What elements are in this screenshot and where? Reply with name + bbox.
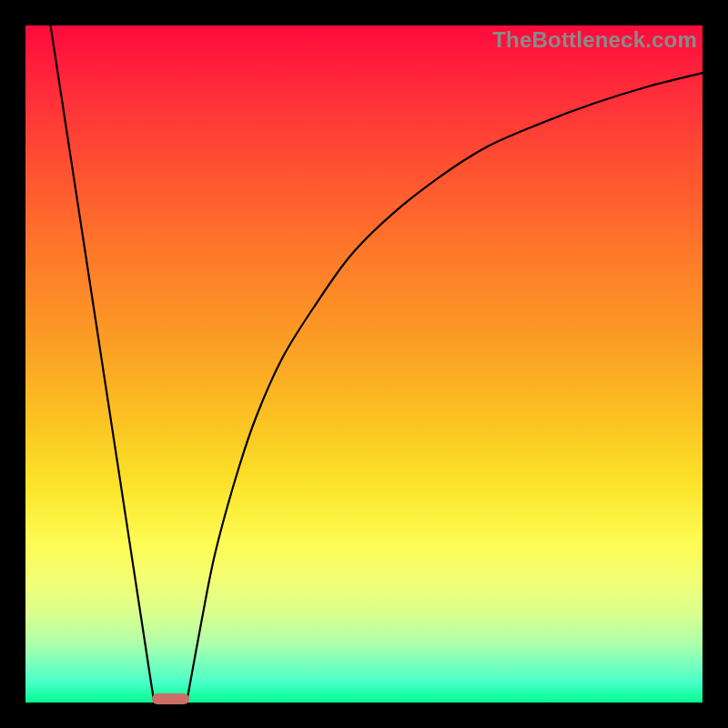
plot-area: TheBottleneck.com [25,25,703,703]
curve-svg [25,25,703,703]
left-line-path [51,25,155,703]
right-curve-path [187,73,703,703]
bottleneck-marker [152,693,189,704]
chart-container: TheBottleneck.com [0,0,728,728]
